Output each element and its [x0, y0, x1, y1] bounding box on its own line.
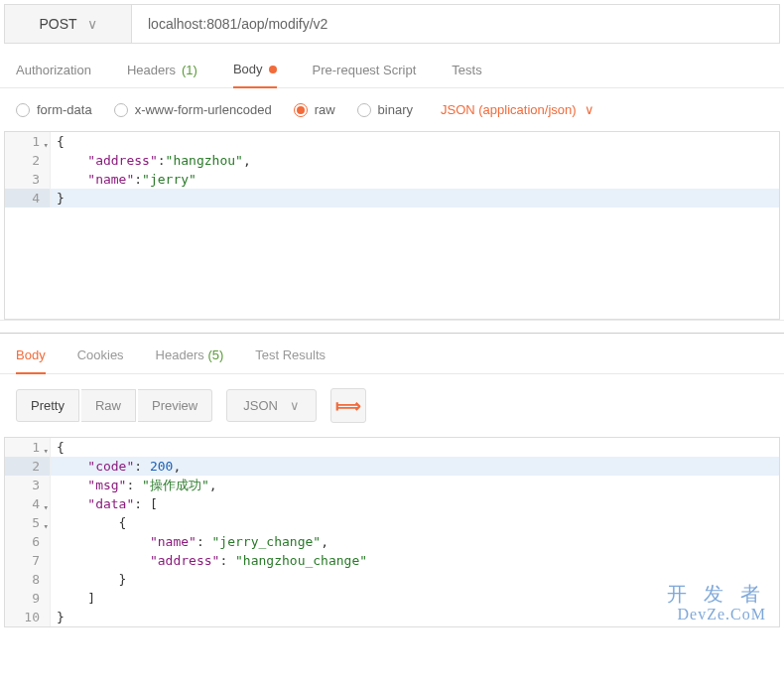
tab-tests[interactable]: Tests: [452, 62, 481, 87]
pane-divider[interactable]: [0, 320, 784, 334]
resp-tab-cookies[interactable]: Cookies: [77, 347, 124, 373]
chevron-down-icon: ∨: [290, 398, 300, 413]
content-type-select[interactable]: JSON (application/json) ∨: [441, 102, 594, 117]
request-body-editor[interactable]: 1▾{ 2 "address":"hangzhou", 3 "name":"je…: [4, 131, 780, 320]
view-raw-button[interactable]: Raw: [81, 389, 136, 422]
http-method-select[interactable]: POST ∨: [5, 5, 132, 43]
request-bar: POST ∨ localhost:8081/aop/modify/v2: [4, 4, 780, 44]
unsaved-dot-icon: [269, 66, 277, 73]
url-input[interactable]: localhost:8081/aop/modify/v2: [132, 5, 779, 43]
tab-body[interactable]: Body: [233, 62, 277, 88]
resp-tab-test-results[interactable]: Test Results: [255, 347, 326, 373]
wrap-lines-button[interactable]: ⟾: [330, 388, 366, 423]
response-format-select[interactable]: JSON ∨: [226, 389, 317, 422]
request-tabs: Authorization Headers (1) Body Pre-reque…: [0, 44, 784, 88]
tab-authorization[interactable]: Authorization: [16, 62, 91, 87]
resp-tab-headers[interactable]: Headers (5): [156, 347, 224, 373]
response-body-editor[interactable]: 1▾{ 2 "code": 200, 3 "msg": "操作成功", 4▾ "…: [4, 437, 780, 627]
chevron-down-icon: ∨: [585, 102, 594, 117]
radio-binary[interactable]: binary: [357, 102, 413, 117]
radio-form-data[interactable]: form-data: [16, 102, 92, 117]
tab-prerequest[interactable]: Pre-request Script: [313, 62, 417, 87]
response-tabs: Body Cookies Headers (5) Test Results: [0, 334, 784, 374]
view-pretty-button[interactable]: Pretty: [16, 389, 79, 422]
response-toolbar: Pretty Raw Preview JSON ∨ ⟾: [0, 374, 784, 437]
view-preview-button[interactable]: Preview: [138, 389, 212, 422]
resp-tab-body[interactable]: Body: [16, 347, 46, 374]
http-method-label: POST: [39, 16, 76, 32]
chevron-down-icon: ∨: [87, 16, 97, 32]
wrap-icon: ⟾: [335, 395, 361, 417]
radio-raw[interactable]: raw: [294, 102, 335, 117]
body-type-row: form-data x-www-form-urlencoded raw bina…: [0, 88, 784, 131]
tab-headers[interactable]: Headers (1): [127, 62, 197, 87]
radio-urlencoded[interactable]: x-www-form-urlencoded: [114, 102, 272, 117]
url-value: localhost:8081/aop/modify/v2: [148, 16, 327, 32]
